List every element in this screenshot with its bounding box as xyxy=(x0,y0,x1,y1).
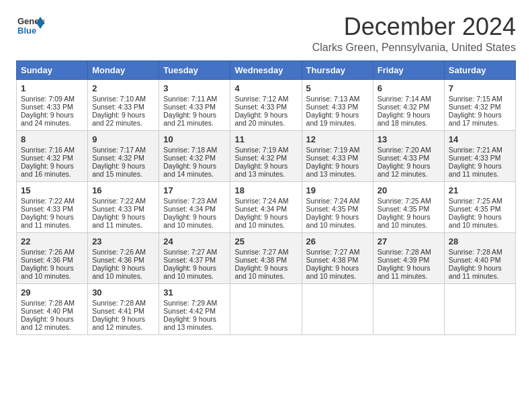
col-header-wednesday: Wednesday xyxy=(230,60,302,79)
daylight-text: Daylight: 9 hours and 10 minutes. xyxy=(163,213,216,229)
daylight-text: Daylight: 9 hours and 10 minutes. xyxy=(92,264,145,280)
sunset-text: Sunset: 4:42 PM xyxy=(163,307,216,315)
daylight-text: Daylight: 9 hours and 14 minutes. xyxy=(163,162,216,178)
sunrise-text: Sunrise: 7:24 AM xyxy=(306,197,360,205)
logo: General Blue xyxy=(16,13,44,42)
sunrise-text: Sunrise: 7:28 AM xyxy=(449,248,502,256)
sunrise-text: Sunrise: 7:25 AM xyxy=(378,197,431,205)
sunset-text: Sunset: 4:33 PM xyxy=(21,205,73,213)
sunset-text: Sunset: 4:38 PM xyxy=(234,256,287,264)
day-cell-29: 29 Sunrise: 7:28 AM Sunset: 4:40 PM Dayl… xyxy=(17,283,88,334)
sunrise-text: Sunrise: 7:11 AM xyxy=(163,95,217,103)
day-number: 1 xyxy=(21,83,83,93)
empty-cell xyxy=(373,283,444,334)
sunset-text: Sunset: 4:34 PM xyxy=(234,205,287,213)
day-number: 14 xyxy=(449,134,511,144)
sunrise-text: Sunrise: 7:18 AM xyxy=(163,146,217,154)
sunset-text: Sunset: 4:32 PM xyxy=(378,103,430,111)
daylight-text: Daylight: 9 hours and 10 minutes. xyxy=(234,264,287,280)
day-number: 8 xyxy=(21,134,83,144)
day-cell-23: 23 Sunrise: 7:26 AM Sunset: 4:36 PM Dayl… xyxy=(88,232,159,283)
sunrise-text: Sunrise: 7:26 AM xyxy=(21,248,75,256)
day-number: 16 xyxy=(92,185,154,195)
sunset-text: Sunset: 4:41 PM xyxy=(92,307,144,315)
day-number: 12 xyxy=(306,134,369,144)
sunset-text: Sunset: 4:33 PM xyxy=(163,103,216,111)
day-number: 26 xyxy=(306,236,369,246)
daylight-text: Daylight: 9 hours and 18 minutes. xyxy=(378,111,431,127)
day-cell-6: 6 Sunrise: 7:14 AM Sunset: 4:32 PM Dayli… xyxy=(373,79,444,130)
daylight-text: Daylight: 9 hours and 11 minutes. xyxy=(21,213,74,229)
sunset-text: Sunset: 4:34 PM xyxy=(163,205,216,213)
day-number: 20 xyxy=(378,185,440,195)
sunset-text: Sunset: 4:36 PM xyxy=(92,256,144,264)
daylight-text: Daylight: 9 hours and 11 minutes. xyxy=(449,162,502,178)
daylight-text: Daylight: 9 hours and 10 minutes. xyxy=(306,213,359,229)
sunset-text: Sunset: 4:38 PM xyxy=(306,256,359,264)
sunset-text: Sunset: 4:33 PM xyxy=(234,103,287,111)
daylight-text: Daylight: 9 hours and 10 minutes. xyxy=(378,213,431,229)
day-cell-20: 20 Sunrise: 7:25 AM Sunset: 4:35 PM Dayl… xyxy=(373,181,444,232)
calendar-week-5: 29 Sunrise: 7:28 AM Sunset: 4:40 PM Dayl… xyxy=(17,283,516,334)
day-number: 10 xyxy=(163,134,226,144)
daylight-text: Daylight: 9 hours and 21 minutes. xyxy=(163,111,216,127)
daylight-text: Daylight: 9 hours and 24 minutes. xyxy=(21,111,74,127)
daylight-text: Daylight: 9 hours and 11 minutes. xyxy=(449,264,502,280)
daylight-text: Daylight: 9 hours and 12 minutes. xyxy=(21,315,74,331)
day-number: 24 xyxy=(163,236,226,246)
day-cell-14: 14 Sunrise: 7:21 AM Sunset: 4:33 PM Dayl… xyxy=(444,130,515,181)
sunset-text: Sunset: 4:33 PM xyxy=(306,154,359,162)
day-number: 31 xyxy=(163,287,226,298)
sunrise-text: Sunrise: 7:17 AM xyxy=(92,146,146,154)
day-number: 5 xyxy=(306,83,369,93)
sunrise-text: Sunrise: 7:09 AM xyxy=(21,95,75,103)
sunset-text: Sunset: 4:35 PM xyxy=(449,205,501,213)
day-number: 18 xyxy=(234,185,297,195)
day-cell-1: 1 Sunrise: 7:09 AM Sunset: 4:33 PM Dayli… xyxy=(17,79,88,130)
daylight-text: Daylight: 9 hours and 13 minutes. xyxy=(163,315,216,331)
day-cell-2: 2 Sunrise: 7:10 AM Sunset: 4:33 PM Dayli… xyxy=(88,79,159,130)
sunrise-text: Sunrise: 7:19 AM xyxy=(306,146,360,154)
day-number: 2 xyxy=(92,83,154,93)
sunset-text: Sunset: 4:33 PM xyxy=(21,103,73,111)
sunset-text: Sunset: 4:33 PM xyxy=(306,103,359,111)
sunrise-text: Sunrise: 7:28 AM xyxy=(21,299,75,307)
daylight-text: Daylight: 9 hours and 10 minutes. xyxy=(306,264,359,280)
sunset-text: Sunset: 4:37 PM xyxy=(163,256,216,264)
sunrise-text: Sunrise: 7:24 AM xyxy=(234,197,288,205)
daylight-text: Daylight: 9 hours and 10 minutes. xyxy=(449,213,502,229)
day-cell-30: 30 Sunrise: 7:28 AM Sunset: 4:41 PM Dayl… xyxy=(88,283,159,334)
empty-cell xyxy=(302,283,373,334)
col-header-friday: Friday xyxy=(373,60,444,79)
day-number: 25 xyxy=(234,236,297,246)
day-number: 9 xyxy=(92,134,154,144)
sunrise-text: Sunrise: 7:23 AM xyxy=(163,197,217,205)
daylight-text: Daylight: 9 hours and 10 minutes. xyxy=(163,264,216,280)
sunset-text: Sunset: 4:32 PM xyxy=(234,154,287,162)
day-cell-26: 26 Sunrise: 7:27 AM Sunset: 4:38 PM Dayl… xyxy=(302,232,373,283)
day-number: 4 xyxy=(234,83,297,93)
daylight-text: Daylight: 9 hours and 22 minutes. xyxy=(92,111,145,127)
daylight-text: Daylight: 9 hours and 19 minutes. xyxy=(306,111,359,127)
day-cell-4: 4 Sunrise: 7:12 AM Sunset: 4:33 PM Dayli… xyxy=(230,79,302,130)
sunrise-text: Sunrise: 7:29 AM xyxy=(163,299,217,307)
sunset-text: Sunset: 4:36 PM xyxy=(21,256,73,264)
col-header-tuesday: Tuesday xyxy=(159,60,230,79)
day-cell-13: 13 Sunrise: 7:20 AM Sunset: 4:33 PM Dayl… xyxy=(373,130,444,181)
day-number: 17 xyxy=(163,185,226,195)
calendar-week-2: 8 Sunrise: 7:16 AM Sunset: 4:32 PM Dayli… xyxy=(17,130,516,181)
daylight-text: Daylight: 9 hours and 17 minutes. xyxy=(449,111,502,127)
day-number: 19 xyxy=(306,185,369,195)
sunrise-text: Sunrise: 7:25 AM xyxy=(449,197,502,205)
day-cell-24: 24 Sunrise: 7:27 AM Sunset: 4:37 PM Dayl… xyxy=(159,232,230,283)
calendar-header-row: SundayMondayTuesdayWednesdayThursdayFrid… xyxy=(17,60,516,79)
day-number: 15 xyxy=(21,185,83,195)
sunrise-text: Sunrise: 7:28 AM xyxy=(378,248,431,256)
day-number: 22 xyxy=(21,236,83,246)
calendar-week-3: 15 Sunrise: 7:22 AM Sunset: 4:33 PM Dayl… xyxy=(17,181,516,232)
day-number: 13 xyxy=(378,134,440,144)
day-number: 23 xyxy=(92,236,154,246)
sunrise-text: Sunrise: 7:10 AM xyxy=(92,95,146,103)
daylight-text: Daylight: 9 hours and 13 minutes. xyxy=(234,162,287,178)
daylight-text: Daylight: 9 hours and 15 minutes. xyxy=(92,162,145,178)
